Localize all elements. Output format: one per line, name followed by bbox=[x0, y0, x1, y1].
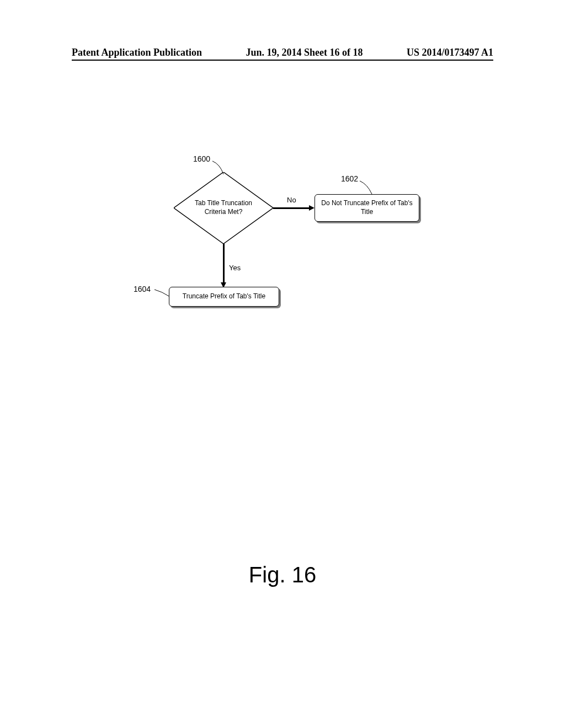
yes-action-text: Truncate Prefix of Tab's Title bbox=[183, 292, 265, 301]
arrow-no-head-icon bbox=[309, 205, 315, 211]
ref-label-1600: 1600 bbox=[193, 154, 210, 163]
header-rule bbox=[72, 60, 493, 61]
decision-node: Tab Title Truncation Criteria Met? bbox=[174, 172, 273, 244]
header-publication: Patent Application Publication bbox=[72, 47, 202, 58]
arrow-no bbox=[273, 207, 310, 209]
ref-label-1604: 1604 bbox=[134, 285, 151, 293]
figure-caption: Fig. 16 bbox=[0, 563, 565, 587]
ref-label-1602: 1602 bbox=[341, 174, 358, 183]
page-header: Patent Application Publication Jun. 19, … bbox=[0, 47, 565, 58]
arrow-yes bbox=[223, 244, 225, 283]
no-label: No bbox=[287, 196, 296, 204]
decision-text: Tab Title Truncation Criteria Met? bbox=[185, 199, 262, 216]
no-action-box: Do Not Truncate Prefix of Tab's Title bbox=[315, 194, 419, 222]
header-date-sheet: Jun. 19, 2014 Sheet 16 of 18 bbox=[246, 47, 363, 58]
leader-line-1604 bbox=[153, 288, 170, 298]
no-action-text: Do Not Truncate Prefix of Tab's Title bbox=[319, 199, 414, 216]
leader-line-1602 bbox=[359, 180, 374, 195]
header-patent-number: US 2014/0173497 A1 bbox=[407, 47, 493, 58]
leader-line-1600 bbox=[212, 160, 226, 175]
yes-label: Yes bbox=[229, 264, 241, 272]
yes-action-box: Truncate Prefix of Tab's Title bbox=[169, 287, 279, 307]
